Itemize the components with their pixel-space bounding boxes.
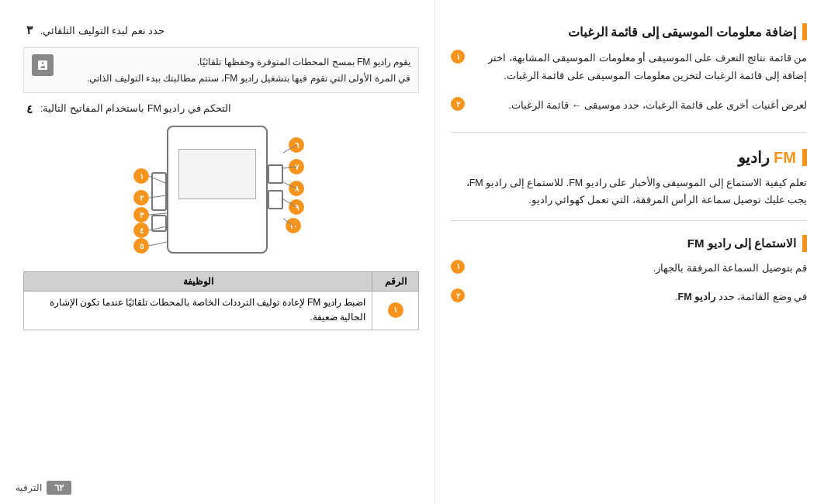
note-icon (32, 54, 54, 76)
left-buttons (151, 172, 167, 211)
fm-heading: FM راديو (451, 148, 807, 167)
badge-6: ٦ (289, 137, 304, 153)
left-button2 (151, 215, 167, 232)
orange-bar-2 (802, 149, 807, 166)
badge-4: ٤ (133, 223, 149, 238)
device-screen (178, 149, 256, 199)
fm-title: FM راديو (738, 148, 796, 167)
badge-10: ١٠ (286, 218, 301, 233)
badge-2: ٢ (133, 190, 149, 205)
table-row1-num: ١ (372, 292, 419, 330)
page-label: الترفيه (16, 482, 42, 493)
section1-step2-text: لعرض أغنيات أخرى على قائمة الرغبات، حدد … (469, 97, 807, 115)
function-table: الرقم الوظيفة ١ اضبط راديو FM لإعادة تول… (23, 271, 419, 330)
badge-3: ٣ (133, 207, 149, 223)
section1-title: إضافة معلومات الموسيقى إلى قائمة الرغبات (568, 25, 796, 40)
device-diagram: ١ ٢ ٣ ٤ ٥ ٦ ٧ ٨ ٩ ١٠ (109, 122, 334, 265)
listen-step2-text: في وضع القائمة، حدد راديو FM. (469, 288, 807, 306)
step1-circle: ١ (451, 50, 465, 64)
table-col-num: الرقم (372, 272, 419, 292)
page-number-bar: ٦٢ الترفيه (16, 481, 71, 495)
step3-text: حدد نعم لبدء التوليف التلقائي. (40, 23, 164, 40)
step3-num: ٣ (23, 23, 36, 37)
badge-9: ٩ (289, 199, 304, 215)
left-column: حدد نعم لبدء التوليف التلقائي. ٣ يقوم را… (0, 0, 435, 504)
fm-body-text: تعلم كيفية الاستماع إلى الموسيقى والأخبا… (451, 174, 807, 209)
page: إضافة معلومات الموسيقى إلى قائمة الرغبات… (0, 0, 838, 504)
step4-row: التحكم في راديو FM باستخدام المفاتيح الت… (23, 101, 419, 117)
table-badge-1: ١ (388, 302, 403, 318)
divider-1 (451, 132, 807, 133)
table-row1-func: اضبط راديو FM لإعادة توليف الترددات الخا… (24, 292, 372, 330)
step2-circle: ٢ (451, 97, 465, 111)
listen-step1-circle: ١ (451, 260, 465, 274)
step3-row: حدد نعم لبدء التوليف التلقائي. ٣ (23, 23, 419, 40)
orange-bar-3 (802, 235, 807, 252)
page-number: ٦٢ (47, 481, 71, 495)
note-text: يقوم راديو FM بمسح المحطات المتوفرة وحفظ… (60, 54, 410, 86)
listen-section: الاستماع إلى راديو FM قم بتوصيل السماعة … (451, 235, 807, 312)
right-connector2 (268, 190, 283, 209)
note-box: يقوم راديو FM بمسح المحطات المتوفرة وحفظ… (23, 47, 419, 93)
svg-line-4 (149, 242, 167, 246)
fm-section: FM راديو تعلم كيفية الاستماع إلى الموسيق… (451, 148, 807, 209)
badge-5: ٥ (133, 238, 149, 254)
section1-step1-text: من قائمة نتائج التعرف على الموسيقى أو مع… (469, 50, 807, 85)
badge-1: ١ (133, 168, 149, 184)
badge-8: ٨ (289, 181, 304, 196)
listen-step2-circle: ٢ (451, 288, 465, 302)
listen-heading: الاستماع إلى راديو FM (451, 235, 807, 252)
right-connector1 (268, 164, 283, 184)
table-col-func: الوظيفة (24, 272, 372, 292)
step4-num: ٤ (23, 102, 36, 116)
table-row-1: ١ اضبط راديو FM لإعادة توليف الترددات ال… (24, 292, 419, 330)
badge-7: ٧ (289, 159, 304, 174)
listen-title: الاستماع إلى راديو FM (687, 236, 796, 250)
orange-bar-1 (802, 23, 807, 40)
listen-step1-text: قم بتوصيل السماعة المرفقة بالجهاز. (469, 260, 807, 278)
section1-heading: إضافة معلومات الموسيقى إلى قائمة الرغبات (451, 23, 807, 40)
divider-2 (451, 220, 807, 221)
right-column: إضافة معلومات الموسيقى إلى قائمة الرغبات… (435, 0, 838, 504)
step4-text: التحكم في راديو FM باستخدام المفاتيح الت… (40, 101, 231, 117)
